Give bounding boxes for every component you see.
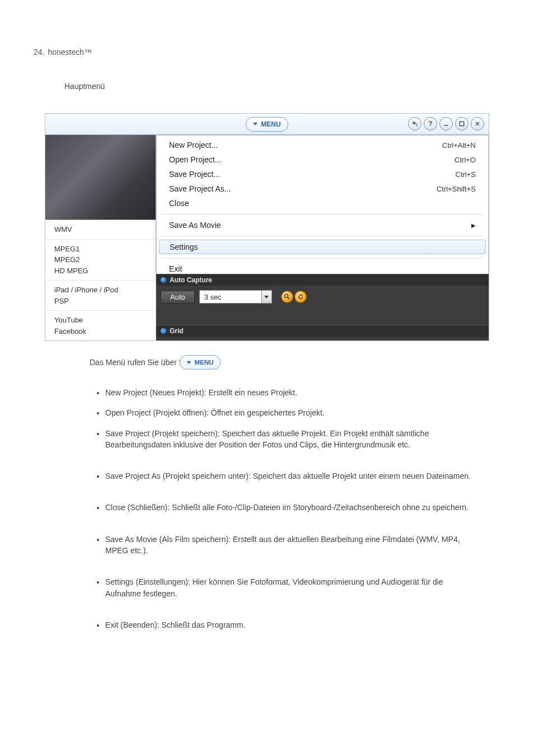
interval-input[interactable] [200,291,261,303]
menu-item-settings[interactable]: Settings [159,240,486,254]
page-header: 24. honestech™ [34,0,500,57]
menu-button[interactable]: MENU [246,117,288,132]
sidebar-item-hdmpeg[interactable]: HD MPEG [54,265,147,277]
preview-thumbnail [45,135,156,220]
sidebar-item-facebook[interactable]: Facebook [54,326,147,337]
svg-rect-2 [460,122,464,126]
minimize-button[interactable] [439,117,453,130]
sidebar-group-4: YouTube Facebook [45,311,156,340]
menu-item-new-project[interactable]: New Project... Ctrl+Alt+N [157,138,488,152]
maximize-icon [458,120,465,127]
refresh-button[interactable] [294,291,307,303]
help-icon: ? [428,120,432,128]
bullet-item: New Project (Neues Projekt): Erstellt ei… [105,384,478,404]
grid-panel-title: Grid [156,325,489,337]
submenu-arrow-icon: ▶ [471,222,476,228]
menu-item-close[interactable]: Close [157,196,488,211]
menu-item-save-project-as[interactable]: Save Project As... Ctrl+Shift+S [157,181,488,196]
refresh-icon [297,293,304,300]
bullet-item: Exit (Beenden): Schließt das Programm. [105,616,478,636]
main-area: New Project... Ctrl+Alt+N Open Project..… [156,135,489,340]
brand: honestech™ [48,48,92,57]
close-button[interactable] [471,117,484,130]
minimize-icon [443,120,449,127]
menu-item-save-as-movie[interactable]: Save As Movie ▶ [157,218,488,232]
sidebar: WMV MPEG1 MPEG2 HD MPEG iPad / iPhone / … [45,135,156,340]
menu-separator [161,236,484,236]
menu-button-inline: MENU [180,355,221,369]
bullet-item: Close (Schließen): Schließt alle Foto-/C… [105,498,478,530]
svg-text:?: ? [415,123,418,128]
help-button[interactable]: ? [424,117,437,130]
sidebar-group-1: WMV [45,220,156,240]
sidebar-item-mpeg2[interactable]: MPEG2 [54,254,147,265]
bullet-item: Open Project (Projekt öffnen): Öffnet ei… [105,404,478,424]
context-help-button[interactable]: ? [408,117,421,130]
sidebar-item-youtube[interactable]: YouTube [54,315,147,326]
app-screenshot: MENU ? ? W [45,113,489,341]
page-number: 24. [34,48,44,57]
menu-separator [161,214,484,214]
menu-button-label: MENU [261,120,280,128]
menu-item-open-project[interactable]: Open Project... Ctrl+O [157,152,488,167]
chevron-down-icon [264,296,269,298]
menu-separator [161,258,484,258]
panel-dot-icon [161,277,166,283]
close-icon [474,120,481,127]
auto-capture-panel-title: Auto Capture [156,274,489,286]
bullet-list: New Project (Neues Projekt): Erstellt ei… [90,384,478,636]
bullet-item: Settings (Einstellungen): Hier können Si… [105,573,478,616]
bullet-item: Save As Movie (Als Film speichern): Erst… [105,530,478,573]
chevron-down-icon [253,123,257,125]
menu-item-save-project[interactable]: Save Project... Ctrl+S [157,167,488,181]
pointer-help-icon: ? [411,120,418,127]
menu-dropdown: New Project... Ctrl+Alt+N Open Project..… [156,135,489,279]
zoom-button[interactable] [281,291,293,303]
bullet-item: Save Project As (Projekt speichern unter… [105,467,478,498]
svg-point-3 [284,295,288,298]
sidebar-group-3: iPad / iPhone / iPod PSP [45,281,156,311]
section-heading: Hauptmenü [64,82,500,91]
panel-dot-icon [161,328,166,334]
titlebar: MENU ? ? [45,114,489,135]
svg-rect-1 [444,125,448,126]
chevron-down-icon [186,361,191,364]
bullet-item: Save Project (Projekt speichern): Speich… [105,424,478,468]
magnifier-icon [284,293,291,300]
inline-explanation: Das Menü rufen Sie über ‘ ’ auf. MENU [90,358,478,367]
sidebar-group-2: MPEG1 MPEG2 HD MPEG [45,240,156,281]
auto-button[interactable]: Auto [161,291,195,304]
maximize-button[interactable] [455,117,469,130]
interval-combo[interactable] [199,290,272,304]
sidebar-item-wmv[interactable]: WMV [54,224,147,235]
sidebar-item-mpeg1[interactable]: MPEG1 [54,244,147,255]
sidebar-item-psp[interactable]: PSP [54,296,147,307]
sidebar-item-ios[interactable]: iPad / iPhone / iPod [54,284,147,296]
combo-dropdown-button[interactable] [261,291,271,303]
